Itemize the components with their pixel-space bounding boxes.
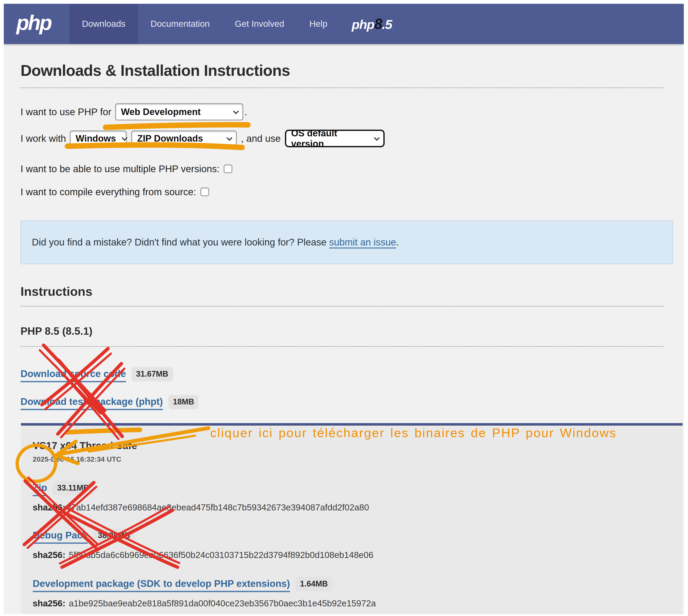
download-source-row: Download source code 31.67MB (21, 368, 665, 382)
php-85-logo-digit: 8 (374, 16, 382, 32)
mistake-notice-box: Did you find a mistake? Didn't find what… (21, 221, 673, 264)
php-version-heading: PHP 8.5 (8.5.1) (21, 325, 665, 347)
debug-sha256-label: sha256: (33, 550, 65, 560)
form-row-compile-source: I want to compile everything from source… (21, 186, 665, 198)
chevron-down-icon (374, 135, 380, 141)
nav-item-help[interactable]: Help (297, 4, 340, 44)
zip-sha256-row: sha256:f7ab14efd387e698684ae3ebead475fb1… (33, 503, 670, 512)
main-content: Downloads & Installation Instructions I … (4, 62, 684, 614)
php-85-logo: php8.5 (352, 16, 392, 32)
navbar: php Downloads Documentation Get Involved… (4, 4, 684, 44)
compile-source-label: I want to compile everything from source… (21, 186, 196, 198)
use-php-for-select-value: Web Development (121, 107, 201, 117)
vs17-title-thread-safe: Thread Safe (79, 440, 137, 451)
debug-pack-row: Debug Pack 38.08MB (33, 529, 670, 544)
vs17-build-title: VS17 x64 Thread Safe (33, 440, 670, 452)
source-size-badge: 31.67MB (132, 367, 173, 381)
chevron-down-icon (122, 135, 128, 141)
devpack-sha256-value: a1be925bae9eab2e818a5f891da00f040ce23eb3… (69, 598, 376, 608)
tests-size-badge: 18MB (168, 395, 199, 409)
submit-an-issue-link[interactable]: submit an issue (329, 237, 396, 247)
devpack-sha256-row: sha256:a1be925bae9eab2e818a5f891da00f040… (33, 598, 670, 609)
download-tests-package-link[interactable]: Download tests package (phpt) (21, 396, 163, 410)
debug-pack-link[interactable]: Debug Pack (33, 529, 88, 544)
vs17-build-box: VS17 x64 Thread Safe 2025-Dec-16 16:32:3… (21, 423, 683, 614)
os-select[interactable]: Windows (70, 131, 127, 147)
multiple-versions-checkbox[interactable] (224, 164, 232, 173)
and-use-label: , and use (241, 133, 280, 144)
version-select[interactable]: OS default version (285, 130, 385, 147)
php-logo[interactable]: php (16, 11, 51, 35)
zip-size-badge: 33.11MB (52, 481, 94, 496)
php-85-logo-prefix: php (352, 17, 374, 31)
devpack-row: Development package (SDK to develop PHP … (33, 578, 670, 592)
nav-item-documentation[interactable]: Documentation (138, 4, 222, 44)
notice-period: . (396, 237, 399, 247)
mistake-notice-text: Did you find a mistake? Didn't find what… (32, 237, 326, 247)
version-select-value: OS default version (291, 128, 368, 149)
download-tests-row: Download tests package (phpt) 18MB (21, 396, 665, 410)
chevron-down-icon (233, 108, 239, 114)
compile-source-checkbox[interactable] (200, 188, 209, 196)
devpack-size-badge: 1.64MB (295, 577, 332, 591)
instructions-heading: Instructions (21, 284, 665, 307)
chevron-down-icon (227, 135, 232, 141)
page-background: php Downloads Documentation Get Involved… (4, 4, 684, 614)
vs17-title-prefix: VS17 x64 (33, 440, 79, 451)
os-select-value: Windows (75, 133, 116, 144)
debug-sha256-row: sha256:5f80db5da6c6b969ea06636f50b24c031… (33, 550, 670, 560)
distribution-select-value: ZIP Downloads (137, 133, 203, 144)
work-with-label: I work with (21, 133, 66, 144)
zip-download-link[interactable]: Zip (33, 482, 47, 496)
distribution-select[interactable]: ZIP Downloads (131, 131, 237, 147)
form-row-work-with: I work with Windows ZIP Downloads , and … (21, 130, 665, 147)
zip-sha256-label: sha256: (33, 503, 65, 512)
php-85-logo-suffix: .5 (382, 17, 392, 31)
devpack-sha256-label: sha256: (33, 598, 65, 608)
vs17-build-timestamp: 2025-Dec-16 16:32:34 UTC (33, 455, 670, 463)
form-row-use-php-for: I want to use PHP for Web Development . (21, 103, 665, 120)
zip-sha256-value: f7ab14efd387e698684ae3ebead475fb148c7b59… (69, 503, 369, 512)
php-downloads-page: { "header": { "logo": "php", "nav": { "d… (0, 0, 688, 616)
use-php-for-label: I want to use PHP for (21, 106, 111, 117)
nav-item-get-involved[interactable]: Get Involved (222, 4, 297, 44)
zip-download-row: Zip 33.11MB (33, 482, 670, 496)
debug-sha256-value: 5f80db5da6c6b969ea06636f50b24c03103715b2… (69, 550, 373, 560)
form-row-multiple-versions: I want to be able to use multiple PHP ve… (21, 163, 665, 174)
devpack-link[interactable]: Development package (SDK to develop PHP … (33, 578, 290, 592)
use-php-for-select[interactable]: Web Development (115, 103, 243, 120)
download-source-code-link[interactable]: Download source code (21, 368, 126, 382)
sentence-period: . (245, 106, 247, 117)
page-title: Downloads & Installation Instructions (21, 62, 665, 88)
debug-size-badge: 38.08MB (93, 528, 135, 543)
multiple-versions-label: I want to be able to use multiple PHP ve… (21, 163, 220, 174)
nav-item-downloads[interactable]: Downloads (69, 4, 138, 44)
